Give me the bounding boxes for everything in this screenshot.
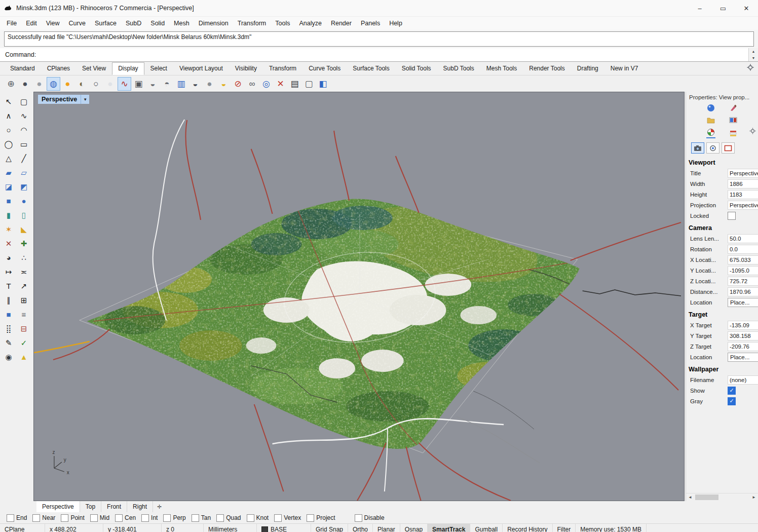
close-button[interactable]: ✕ [735,0,758,16]
tab-render-tools[interactable]: Render Tools [523,62,571,75]
display-pen-button[interactable]: ○ [89,77,103,91]
surface-from-points-button[interactable]: ▰ [2,166,16,179]
box-edit-button[interactable]: ▢ [302,77,316,91]
command-scroll-down-icon[interactable]: ▼ [749,55,758,61]
prop-value-filename[interactable]: (none) [728,375,758,385]
lens-tab-button[interactable] [706,142,719,154]
viewport-tab-top[interactable]: Top [80,501,101,512]
status-smarttrack[interactable]: SmartTrack [428,524,470,532]
control-point-curve-button[interactable]: ∿ [17,109,31,122]
tab-solid-tools[interactable]: Solid Tools [396,62,437,75]
menu-mesh[interactable]: Mesh [169,18,194,28]
viewport-tab-perspective[interactable]: Perspective [36,501,80,512]
ellipse-button[interactable]: ◯ [2,137,16,150]
line-button[interactable]: ╱ [17,151,31,165]
prop-checkbox-show[interactable]: ✓ [728,387,736,395]
status-record-history[interactable]: Record History [503,524,552,532]
osnap-checkbox-tan[interactable] [192,514,199,522]
status-gumball[interactable]: Gumball [470,524,503,532]
prop-button-location[interactable]: Place... [728,353,758,362]
fullscreen-monitor-button[interactable]: ▤ [288,77,301,91]
offset-curve-button[interactable]: ≍ [17,265,31,278]
osnap-checkbox-near[interactable] [32,514,40,522]
osnap-checkbox-quad[interactable] [216,514,224,522]
curvature-graph-button[interactable]: ∿ [118,77,131,91]
prop-value-z-locati[interactable]: 725.72 [728,277,758,286]
select-arrow-button[interactable]: ↖ [2,95,16,108]
prop-value-lens-len[interactable]: 50.0 [728,234,758,243]
menu-render[interactable]: Render [326,18,356,28]
osnap-checkbox-end[interactable] [7,514,14,522]
shadow-sphere-button[interactable]: ◒ [188,77,202,91]
display-ghosted-button[interactable]: ● [32,77,46,91]
display-wireframe-button[interactable]: ⊕ [4,77,18,91]
cone-solid-button[interactable]: ▲ [17,350,31,363]
viewport-capture-button[interactable]: ◎ [259,77,273,91]
box-display-button[interactable]: ▣ [132,77,145,91]
menu-surface[interactable]: Surface [90,18,121,28]
prop-value-x-locati[interactable]: 675.033 [728,255,758,264]
tab-new-in-v7[interactable]: New in V7 [604,62,645,75]
osnap-checkbox-project[interactable] [307,514,314,522]
minsk-3d-map-render[interactable]: z y x [34,92,684,501]
draft-angle-analysis-button[interactable]: ◒ [146,77,160,91]
viewport-title-dropdown[interactable]: Perspective ▼ [38,95,89,104]
osnap-vertex[interactable]: Vertex [274,514,301,522]
prop-value-height[interactable]: 1183 [728,190,758,199]
split-button[interactable]: ∥ [2,293,16,307]
menu-view[interactable]: View [42,18,64,28]
settings-gear-icon[interactable] [747,64,754,73]
extend-curve-button[interactable]: ↦ [2,265,16,278]
osnap-near[interactable]: Near [32,514,55,522]
group-button[interactable]: ⊞ [17,293,31,307]
tab-subd-tools[interactable]: SubD Tools [437,62,480,75]
dimension-button[interactable]: ↗ [17,279,31,292]
osnap-checkbox-cen[interactable] [115,514,123,522]
join-button[interactable]: ✚ [17,237,31,250]
fillet-button[interactable]: ◣ [17,222,31,236]
backface-sphere-button[interactable]: ◒ [217,77,231,91]
status-base[interactable]: BASE [257,524,311,532]
osnap-disable[interactable]: Disable [355,514,385,522]
sweep-surface-button[interactable]: ◪ [2,180,16,193]
status-millimeters[interactable]: Millimeters [204,524,257,532]
panel-horizontal-scrollbar[interactable]: ◄ ► [686,493,758,501]
tab-viewport-layout[interactable]: Viewport Layout [173,62,229,75]
status-cplane[interactable]: CPlane [0,524,45,532]
menu-dimension[interactable]: Dimension [194,18,233,28]
osnap-quad[interactable]: Quad [216,514,241,522]
menu-tools[interactable]: Tools [271,18,294,28]
polygon-button[interactable]: △ [2,151,16,165]
menu-file[interactable]: File [2,18,21,28]
prop-button-location[interactable]: Place... [728,298,758,307]
object-properties-ball-icon[interactable] [706,103,715,112]
point-cloud-button[interactable]: ∴ [17,251,31,264]
maximize-button[interactable]: ▭ [711,0,735,16]
osnap-checkbox-point[interactable] [61,514,68,522]
osnap-point[interactable]: Point [61,514,84,522]
status-ortho[interactable]: Ortho [348,524,373,532]
status-grid-snap[interactable]: Grid Snap [311,524,348,532]
hatch-button[interactable]: ≡ [17,308,31,321]
osnap-checkbox-disable[interactable] [355,514,362,522]
tab-standard[interactable]: Standard [4,62,41,75]
prop-value-x-target[interactable]: -135.09 [728,321,758,330]
prop-value-rotation[interactable]: 0.0 [728,245,758,254]
wallpaper-tab-button[interactable] [722,142,735,154]
zebra-analysis-button[interactable]: ◓ [160,77,174,91]
command-line[interactable]: Command: ▲ ▼ [0,48,758,62]
cylinder-solid-button[interactable]: ▮ [2,208,16,221]
viewport-layout-split-button[interactable]: ▥ [174,77,188,91]
status-planar[interactable]: Planar [373,524,400,532]
tab-visibility[interactable]: Visibility [229,62,263,75]
selection-filter-button[interactable]: ▢ [17,95,31,108]
osnap-checkbox-vertex[interactable] [274,514,282,522]
turntable-button[interactable]: ∞ [245,77,259,91]
menu-transform[interactable]: Transform [233,18,271,28]
tab-surface-tools[interactable]: Surface Tools [347,62,396,75]
display-arctic-button[interactable]: ● [103,77,117,91]
osnap-perp[interactable]: Perp [163,514,185,522]
menu-solid[interactable]: Solid [146,18,169,28]
osnap-mid[interactable]: Mid [90,514,109,522]
draw-order-button[interactable]: ✎ [2,336,16,349]
